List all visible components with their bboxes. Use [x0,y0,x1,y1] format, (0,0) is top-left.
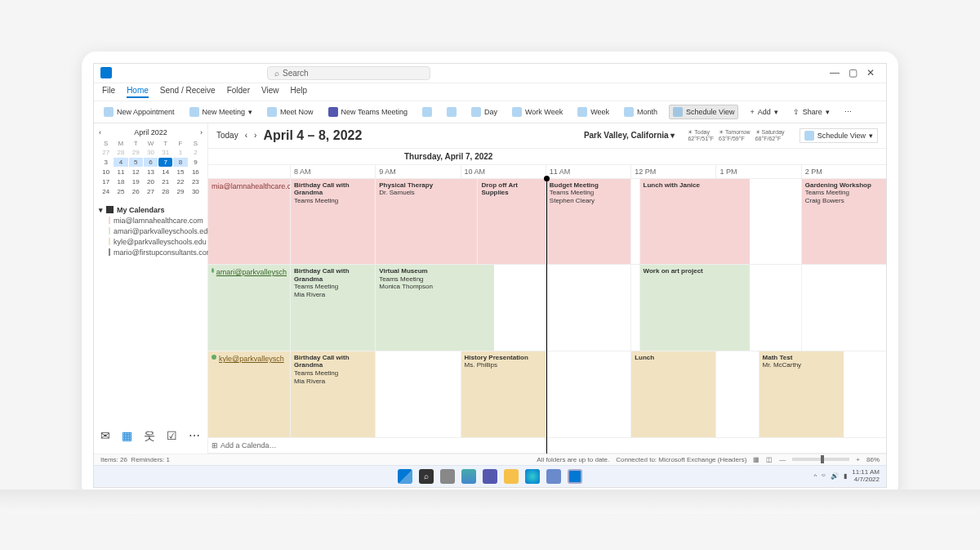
calendar-item[interactable]: mario@firstupconsultants.com [109,248,203,257]
calendar-item[interactable]: amari@parkvalleyschools.edu [109,227,203,235]
month-button[interactable]: Month [621,105,661,118]
calendar-icon[interactable]: ▦ [122,429,132,444]
calendar-checkbox[interactable] [109,217,110,224]
prev-month-button[interactable]: ‹ [99,128,101,136]
calendar-day[interactable]: 13 [144,168,158,177]
outlook-taskbar-icon[interactable] [568,469,582,484]
add-button[interactable]: + Add ▾ [746,106,781,118]
calendar-event[interactable]: Gardening WorkshopTeams MeetingCraig Bow… [801,179,886,265]
calendar-day[interactable]: 12 [129,168,143,177]
close-button[interactable]: ✕ [866,69,875,77]
calendar-event[interactable]: Birthday Call with GrandmaTeams MeetingM… [290,351,375,437]
row-grid[interactable]: Birthday Call with GrandmaTeams MeetingP… [290,179,886,265]
calendar-day[interactable]: 9 [189,158,203,167]
taskbar-search-icon[interactable]: ⌕ [419,469,434,484]
calendar-day[interactable]: 15 [173,168,187,177]
chevron-up-icon[interactable]: ^ [813,472,817,480]
explorer-icon[interactable] [504,469,519,484]
calendar-day[interactable]: 23 [189,177,203,186]
meet-now-button[interactable]: Meet Now [264,105,317,118]
prev-button[interactable]: ‹ [245,131,247,140]
schedule-view-button[interactable]: Schedule View [669,105,738,119]
calendar-checkbox[interactable] [109,248,110,256]
calendar-day[interactable]: 24 [99,187,113,196]
menu-help[interactable]: Help [291,86,308,98]
new-meeting-button[interactable]: New Meeting▾ [186,105,256,118]
calendar-event[interactable]: History PresentationMs. Phillips [461,351,546,437]
maximize-button[interactable]: ▢ [849,69,857,77]
chat-icon[interactable] [483,469,497,484]
edge-icon[interactable] [525,469,540,484]
today-view-button[interactable] [419,105,435,118]
location-label[interactable]: Park Valley, California ▾ [584,131,675,140]
week-button[interactable]: Week [574,105,612,118]
volume-icon[interactable]: 🔊 [831,472,839,480]
calendar-item[interactable]: mia@lamnahealthcare.com [109,217,203,225]
menu-home[interactable]: Home [127,86,149,98]
view-mode-icon[interactable]: ▦ [753,456,760,463]
calendar-day[interactable]: 11 [114,168,127,177]
menu-view[interactable]: View [261,86,279,98]
calendar-day[interactable]: 27 [144,187,158,196]
print-icon[interactable]: ◫ [766,456,773,463]
calendar-event[interactable]: Birthday Call with GrandmaTeams Meeting [290,179,375,265]
share-button[interactable]: ⇪Share ▾ [790,106,833,118]
calendar-day[interactable]: 6 [144,158,158,167]
calendar-day[interactable]: 16 [189,168,203,177]
calendar-day[interactable]: 14 [158,168,172,177]
calendar-event[interactable]: Drop off Art Supplies [477,179,545,265]
calendar-item[interactable]: kyle@parkvalleyschools.edu [109,238,203,246]
battery-icon[interactable]: ▮ [844,472,847,480]
next-month-button[interactable]: › [200,128,203,136]
calendar-event[interactable]: Math TestMr. McCarthy [759,351,844,437]
calendar-event[interactable]: Birthday Call with GrandmaTeams MeetingM… [290,265,375,351]
menu-folder[interactable]: Folder [227,86,250,98]
new-appointment-button[interactable]: New Appointment [100,105,178,118]
calendar-day[interactable]: 21 [158,177,172,186]
menu-file[interactable]: File [102,86,115,98]
today-button[interactable]: Today [216,131,238,140]
tasks-icon[interactable]: ☑ [167,429,177,444]
work-week-button[interactable]: Work Week [509,105,566,118]
row-grid[interactable]: Birthday Call with GrandmaTeams MeetingM… [290,265,886,351]
calendar-day[interactable]: 20 [144,177,158,186]
calendar-checkbox[interactable] [109,238,110,245]
task-view-icon[interactable] [440,469,455,484]
row-label[interactable]: kyle@parkvalleysch [208,351,290,437]
wifi-icon[interactable]: ⌔ [822,472,826,480]
mail-icon[interactable]: ✉ [100,429,110,444]
calendar-day[interactable]: 5 [129,158,143,167]
calendar-day[interactable]: 17 [99,177,113,186]
calendar-event[interactable]: Physical TherapyDr. Samuels [375,179,477,265]
calendar-day[interactable]: 22 [173,177,187,186]
next-button[interactable]: › [254,131,256,140]
mini-calendar[interactable]: SMTWTFS272829303112345678910111213141516… [99,140,203,196]
more-icon[interactable]: ⋯ [189,429,200,444]
minimize-button[interactable]: ― [831,69,839,77]
next-days-button[interactable] [443,105,460,118]
date[interactable]: 4/7/2022 [852,476,880,484]
my-calendars-toggle[interactable]: ▾ My Calendars [99,206,203,214]
calendar-day[interactable]: 7 [158,158,172,167]
menu-send-receive[interactable]: Send / Receive [160,86,216,98]
schedule-view-dropdown[interactable]: Schedule View ▾ [800,128,878,143]
calendar-day[interactable]: 18 [114,177,127,186]
calendar-day[interactable]: 4 [114,158,127,167]
start-button[interactable] [398,469,412,484]
search-input[interactable]: ⌕ Search [267,66,430,80]
calendar-day[interactable]: 10 [99,168,113,177]
new-teams-meeting-button[interactable]: New Teams Meeting [325,105,411,118]
calendar-day[interactable]: 25 [114,187,127,196]
widgets-icon[interactable] [461,469,476,484]
row-grid[interactable]: Birthday Call with GrandmaTeams MeetingM… [290,351,886,437]
calendar-event[interactable]: Lunch [630,351,715,437]
store-icon[interactable] [546,469,561,484]
row-label[interactable]: mia@lamnahealthcare.com [208,179,290,265]
calendar-event[interactable]: Lunch with Janice [639,179,751,265]
day-button[interactable]: Day [468,105,501,118]
calendar-day[interactable]: 28 [158,187,172,196]
add-calendar-row[interactable]: ⊞Add a Calenda… [208,438,886,454]
calendar-day[interactable]: 19 [129,177,143,186]
calendar-day[interactable]: 30 [189,187,203,196]
calendar-day[interactable]: 29 [173,187,187,196]
